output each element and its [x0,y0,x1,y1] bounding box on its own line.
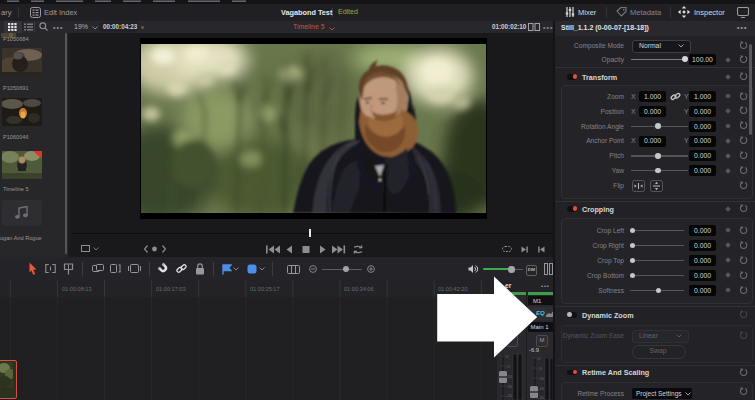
svg-text:Metadata: Metadata [630,8,662,17]
svg-text:Y: Y [684,137,689,144]
svg-text:0.000: 0.000 [694,227,711,234]
svg-text:Swap: Swap [649,347,666,355]
svg-text:Cropping: Cropping [582,205,614,214]
svg-text:Normal: Normal [639,42,661,49]
svg-text:•••: ••• [543,24,553,31]
svg-text:Timeline 5: Timeline 5 [3,186,29,192]
svg-text:0.000: 0.000 [694,242,711,249]
svg-text:Pitch: Pitch [609,152,624,159]
svg-text:Edit Index: Edit Index [44,8,78,17]
svg-text:Linear: Linear [639,332,659,339]
svg-text:X: X [631,108,636,115]
svg-text:Inspector: Inspector [694,8,725,17]
svg-text:ogan And Rogue: ogan And Rogue [0,235,42,241]
svg-text:Zoom: Zoom [607,93,624,100]
svg-text:00:00:04:23: 00:00:04:23 [103,23,138,30]
svg-text:Dynamic Zoom Ease: Dynamic Zoom Ease [563,332,625,340]
svg-text:Vagabond Test: Vagabond Test [281,8,333,17]
svg-text:•••: ••• [53,24,63,31]
svg-text:100.00: 100.00 [692,56,713,63]
svg-text:Transform: Transform [582,73,617,82]
svg-text:0.000: 0.000 [694,287,711,294]
svg-text:Softness: Softness [598,287,624,294]
svg-text:Edited: Edited [338,8,358,15]
svg-text:X: X [631,137,636,144]
svg-text:P1050684: P1050684 [3,36,29,42]
svg-text:0.000: 0.000 [644,137,661,144]
svg-text:Y: Y [684,93,689,100]
svg-text:19%: 19% [74,23,88,30]
svg-text:Still_1.1.2 (0-00-07-[18-18]): Still_1.1.2 (0-00-07-[18-18]) [561,24,649,32]
svg-text:P1060046: P1060046 [3,134,29,140]
svg-text:Retime Process: Retime Process [577,390,624,397]
svg-text:0.000: 0.000 [694,137,711,144]
svg-text:Dynamic Zoom: Dynamic Zoom [582,311,634,320]
svg-text:Crop Bottom: Crop Bottom [587,272,625,280]
svg-text:01:00:02:10: 01:00:02:10 [492,23,527,30]
svg-text:Crop Right: Crop Right [592,242,624,250]
svg-text:Mixer: Mixer [578,8,597,17]
svg-text:Project Settings: Project Settings [636,390,682,398]
svg-text:Position: Position [601,108,625,115]
svg-text:0.000: 0.000 [694,123,711,130]
svg-text:ary: ary [1,8,12,17]
svg-text:0.000: 0.000 [694,167,711,174]
svg-text:0.000: 0.000 [694,108,711,115]
svg-text:Opacity: Opacity [602,56,625,64]
svg-text:Y: Y [684,108,689,115]
svg-text:0.000: 0.000 [694,152,711,159]
svg-text:0.000: 0.000 [694,257,711,264]
svg-text:P1050691: P1050691 [3,85,29,91]
svg-text:Flip: Flip [613,182,624,190]
svg-text:X: X [631,93,636,100]
svg-text:Rotation Angle: Rotation Angle [581,123,624,131]
svg-text:Retime And Scaling: Retime And Scaling [582,368,649,377]
svg-text:Timeline 5: Timeline 5 [293,23,325,30]
svg-text:Crop Left: Crop Left [597,227,624,235]
svg-text:•••: ••• [737,24,747,31]
svg-text:Crop Top: Crop Top [597,257,624,265]
svg-text:1.000: 1.000 [694,93,711,100]
svg-text:Composite Mode: Composite Mode [574,42,624,50]
svg-text:1.000: 1.000 [644,93,661,100]
svg-text:0.000: 0.000 [694,272,711,279]
svg-text:Anchor Point: Anchor Point [586,137,624,144]
svg-text:0.000: 0.000 [644,108,661,115]
svg-text:Yaw: Yaw [612,167,625,174]
